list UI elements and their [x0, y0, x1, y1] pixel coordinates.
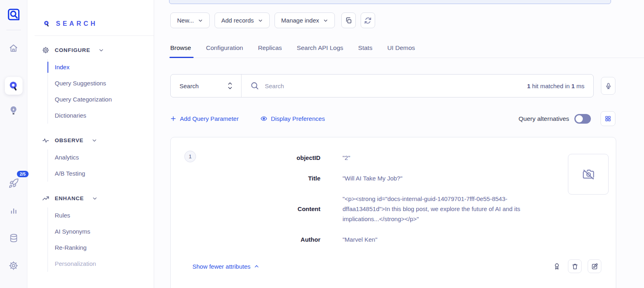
enhance-section-header[interactable]: ENHANCE: [27, 193, 154, 203]
sidebar-item-ai-synonyms[interactable]: AI Synonyms: [48, 224, 154, 240]
new-button[interactable]: New...: [170, 12, 210, 28]
attribute-name: objectID: [185, 154, 320, 161]
lightbulb-icon: [8, 105, 19, 115]
refresh-button[interactable]: [361, 12, 375, 28]
search-mode-select[interactable]: Search: [171, 75, 242, 97]
attribute-name: Title: [185, 175, 320, 182]
attribute-value: "Marvel Ken": [343, 234, 378, 244]
rocket-icon: [8, 178, 19, 189]
tab-ui-demos[interactable]: UI Demos: [387, 44, 415, 58]
rail-divider: [6, 30, 21, 30]
eye-icon: [260, 115, 267, 122]
voice-search-button[interactable]: [601, 77, 615, 95]
ranking-info-button[interactable]: [551, 259, 562, 273]
sidebar-item-analytics[interactable]: Analytics: [48, 149, 154, 166]
search-bar: Search 1 hit matched in 1 ms: [170, 74, 594, 97]
camera-off-icon: [582, 168, 595, 181]
tab-stats[interactable]: Stats: [358, 44, 372, 58]
sidebar-item-query-suggestions[interactable]: Query Suggestions: [48, 75, 154, 91]
tab-browse[interactable]: Browse: [170, 44, 191, 58]
gear-icon: [42, 46, 50, 54]
grid-icon: [605, 115, 611, 122]
result-footer: Show fewer attributes: [192, 259, 601, 273]
trending-up-icon: [42, 195, 50, 202]
manage-index-button[interactable]: Manage index: [275, 12, 335, 28]
enhance-items: Rules AI Synonyms Re-Ranking Personaliza…: [47, 207, 154, 272]
plus-icon: [170, 116, 176, 122]
sidebar-item-query-categorization[interactable]: Query Categorization: [48, 91, 154, 108]
microphone-icon: [605, 83, 612, 89]
attribute-list: objectID "2" Title "Will AI Take My Job?…: [185, 153, 601, 244]
sort-chevrons-icon: [227, 81, 233, 90]
search-product-button[interactable]: [5, 77, 23, 95]
display-preferences-link[interactable]: Display Preferences: [260, 115, 325, 122]
algolia-logo[interactable]: [6, 6, 22, 23]
sidebar-item-dictionaries[interactable]: Dictionaries: [48, 108, 154, 124]
usage-badge: 2/5: [17, 171, 29, 177]
sidebar-item-re-ranking[interactable]: Re-Ranking: [48, 240, 154, 256]
chevron-down-icon: [323, 18, 328, 23]
delete-record-button[interactable]: [568, 259, 582, 273]
query-controls-row: Add Query Parameter Display Preferences …: [170, 111, 615, 126]
attribute-row: objectID "2": [185, 153, 601, 163]
chevron-up-icon: [254, 264, 259, 269]
chevron-down-icon: [258, 18, 263, 23]
query-alternatives-control: Query alternatives: [518, 114, 591, 124]
sidebar-section-enhance: ENHANCE Rules AI Synonyms Re-Ranking Per…: [27, 193, 154, 274]
attribute-value: "Will AI Take My Job?": [343, 173, 402, 183]
main-panel: New... Add records Manage index: [154, 0, 644, 288]
app-window: 2/5: [0, 0, 644, 288]
attribute-row: Title "Will AI Take My Job?": [185, 173, 601, 183]
analytics-rail-button[interactable]: [5, 202, 23, 220]
tab-configuration[interactable]: Configuration: [206, 44, 243, 58]
sidebar-item-rules[interactable]: Rules: [48, 207, 154, 224]
sidebar-section-configure: CONFIGURE Index Query Suggestions Query …: [27, 45, 154, 126]
observe-section-header[interactable]: OBSERVE: [27, 135, 154, 145]
home-button[interactable]: [5, 39, 23, 57]
image-placeholder: [568, 154, 609, 195]
search-product-icon: [8, 81, 19, 91]
edit-record-button[interactable]: [588, 259, 601, 273]
recommend-button[interactable]: [5, 101, 23, 119]
chevron-down-icon: [92, 196, 97, 201]
chevron-down-icon: [92, 138, 97, 143]
settings-rail-button[interactable]: [5, 257, 23, 274]
attribute-name: Author: [185, 236, 320, 243]
data-rail-button[interactable]: [5, 229, 23, 247]
configure-section-header[interactable]: CONFIGURE: [27, 45, 154, 55]
query-alternatives-toggle[interactable]: [574, 114, 591, 124]
result-card: 1 objectID "2" Title "Will AI Take My Jo…: [170, 137, 616, 288]
add-query-parameter-link[interactable]: Add Query Parameter: [170, 115, 239, 122]
add-records-button[interactable]: Add records: [215, 12, 270, 28]
result-rank-badge: 1: [184, 151, 196, 162]
record-actions: [551, 259, 601, 273]
edit-icon: [591, 263, 598, 270]
pulse-icon: [42, 137, 50, 144]
show-fewer-attributes-link[interactable]: Show fewer attributes: [192, 263, 259, 270]
search-magnifier-brand-icon: [43, 20, 51, 28]
award-icon: [553, 263, 561, 270]
home-icon: [8, 43, 19, 53]
index-tabs: Browse Configuration Replicas Search API…: [170, 44, 644, 58]
database-icon: [9, 233, 19, 243]
attribute-row: Content "<p><strong id="docs-internal-gu…: [185, 194, 601, 224]
copy-index-button[interactable]: [341, 12, 356, 28]
getting-started-button[interactable]: 2/5: [5, 174, 23, 192]
query-alternatives-label: Query alternatives: [518, 115, 569, 122]
sidebar-item-ab-testing[interactable]: A/B Testing: [48, 166, 154, 182]
trash-icon: [572, 263, 578, 270]
copy-icon: [345, 17, 352, 24]
configure-items: Index Query Suggestions Query Categoriza…: [47, 59, 154, 124]
layout-grid-button[interactable]: [601, 111, 615, 126]
search-row: Search 1 hit matched in 1 ms: [170, 74, 615, 97]
search-input[interactable]: [265, 83, 527, 89]
sidebar-item-index[interactable]: Index: [48, 59, 154, 75]
attribute-row: Author "Marvel Ken": [185, 234, 601, 244]
refresh-icon: [364, 17, 372, 24]
gear-icon: [8, 261, 19, 271]
icon-rail: 2/5: [0, 0, 27, 288]
tab-replicas[interactable]: Replicas: [258, 44, 282, 58]
tab-search-api-logs[interactable]: Search API Logs: [297, 44, 343, 58]
sidebar-item-personalization[interactable]: Personalization: [48, 256, 154, 272]
index-selector-cutoff[interactable]: [169, 0, 611, 4]
